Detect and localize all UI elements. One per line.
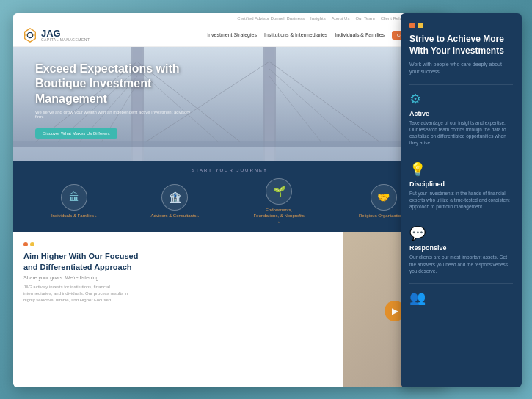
topbar-link-4[interactable]: Our Team xyxy=(355,16,374,21)
journey-circle-2: 🏦 xyxy=(161,184,188,211)
divider-1 xyxy=(409,84,513,85)
panel-dot-orange xyxy=(409,23,415,28)
panel-item-active-text: Take advantage of our insights and exper… xyxy=(409,120,513,146)
hero-subtitle: We serve and grow your wealth with an in… xyxy=(35,110,197,119)
journey-circle-3: 🌱 xyxy=(266,178,292,205)
panel-dot-yellow xyxy=(418,23,423,28)
svg-rect-19 xyxy=(13,141,446,147)
journey-label: START YOUR JOURNEY xyxy=(24,168,435,172)
top-bar: Certified Advisor Donnell Business Insig… xyxy=(13,13,446,23)
divider-4 xyxy=(409,283,513,284)
disciplined-icon: 💡 xyxy=(409,161,513,177)
panel-item-disciplined: 💡 Disciplined Put your investments in th… xyxy=(409,161,513,210)
journey-icons: 🏛 Individuals & Families › 🏦 Advisors & … xyxy=(24,178,435,224)
responsive-icon: 💬 xyxy=(409,225,513,241)
panel-item-extra: 👥 xyxy=(409,290,513,306)
topbar-link-1[interactable]: Certified Advisor Donnell Business xyxy=(237,16,305,21)
hero-content: Exceed Expectations with Boutique Invest… xyxy=(35,62,219,139)
main-nav: JAG CAPITAL MANAGEMENT Investment Strate… xyxy=(13,23,446,47)
divider-2 xyxy=(409,155,513,155)
bottom-title: Aim Higher With Our Focused and Differen… xyxy=(23,251,141,272)
panel-item-responsive-title: Responsive xyxy=(409,244,513,252)
nav-link-1[interactable]: Investment Strategies xyxy=(207,32,257,37)
extra-icon: 👥 xyxy=(409,290,513,306)
accent-dots xyxy=(23,242,333,246)
topbar-link-2[interactable]: Insights xyxy=(310,16,326,21)
logo: JAG CAPITAL MANAGEMENT xyxy=(22,27,90,43)
panel-item-responsive: 💬 Responsive Our clients are our most im… xyxy=(409,225,513,274)
right-panel: Strive to Achieve More With Your Investm… xyxy=(401,13,522,387)
journey-label-2: Advisors & Consultants › xyxy=(151,213,200,219)
journey-section: START YOUR JOURNEY 🏛 Individuals & Famil… xyxy=(13,161,446,232)
journey-item-advisors[interactable]: 🏦 Advisors & Consultants › xyxy=(151,184,200,219)
hero-section: Exceed Expectations with Boutique Invest… xyxy=(13,47,446,161)
bottom-section: Aim Higher With Our Focused and Differen… xyxy=(13,232,446,387)
logo-jag: JAG xyxy=(41,29,90,38)
topbar-link-3[interactable]: About Us xyxy=(332,16,350,21)
svg-point-1 xyxy=(27,32,32,37)
panel-title: Strive to Achieve More With Your Investm… xyxy=(409,34,513,56)
panel-item-disciplined-text: Put your investments in the hands of fin… xyxy=(409,190,513,210)
panel-item-disciplined-title: Disciplined xyxy=(409,180,513,188)
journey-item-endowments[interactable]: 🌱 Endowments, Foundations, & Nonprofits … xyxy=(253,178,305,224)
svg-rect-20 xyxy=(13,147,446,161)
logo-icon xyxy=(22,27,38,43)
hero-title: Exceed Expectations with Boutique Invest… xyxy=(35,62,219,107)
bottom-body-text: JAG actively invests for institutions, f… xyxy=(23,284,137,304)
panel-item-active-title: Active xyxy=(409,110,513,117)
panel-item-responsive-text: Our clients are our most important asset… xyxy=(409,254,513,274)
browser-window: Certified Advisor Donnell Business Insig… xyxy=(13,13,446,387)
journey-label-3: Endowments, Foundations, & Nonprofits › xyxy=(253,208,305,224)
active-icon: ⚙ xyxy=(409,91,513,107)
journey-item-individuals[interactable]: 🏛 Individuals & Families › xyxy=(51,184,97,219)
dot-yellow xyxy=(30,242,34,246)
panel-item-active: ⚙ Active Take advantage of our insights … xyxy=(409,91,513,146)
panel-dots xyxy=(409,23,513,28)
divider-3 xyxy=(409,219,513,219)
nav-link-3[interactable]: Individuals & Families xyxy=(335,32,385,37)
bottom-left-content: Aim Higher With Our Focused and Differen… xyxy=(13,232,343,387)
hero-cta-button[interactable]: Discover What Makes Us Different xyxy=(35,128,117,139)
nav-link-2[interactable]: Institutions & Intermediaries xyxy=(264,32,327,37)
journey-circle-4: 🤝 xyxy=(371,184,397,211)
logo-sub: CAPITAL MANAGEMENT xyxy=(41,38,90,42)
panel-subtitle: Work with people who care deeply about y… xyxy=(409,61,513,76)
journey-circle-1: 🏛 xyxy=(61,184,87,211)
logo-text: JAG CAPITAL MANAGEMENT xyxy=(41,29,90,42)
dot-orange xyxy=(23,242,28,246)
journey-label-1: Individuals & Families › xyxy=(51,213,97,219)
bottom-subtitle: Share your goals. We're listening. xyxy=(23,275,333,280)
